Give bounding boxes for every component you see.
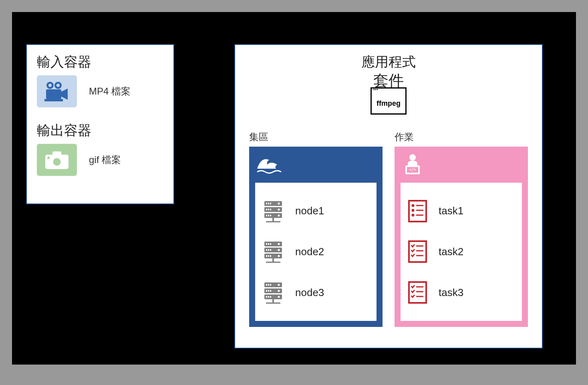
svg-point-37: [278, 243, 280, 245]
input-icon-tile: [37, 75, 77, 107]
output-icon-tile: [37, 144, 77, 176]
svg-rect-34: [266, 243, 267, 245]
pool-label: 集區: [249, 131, 383, 143]
svg-rect-8: [52, 151, 61, 156]
svg-rect-39: [268, 249, 269, 251]
task-label: task2: [439, 246, 463, 258]
svg-point-2: [48, 84, 52, 87]
diagram-canvas: 輸入容器 MP4 檔案 輸出容器: [12, 12, 576, 365]
svg-point-45: [278, 255, 280, 257]
svg-rect-19: [270, 203, 271, 204]
node-label: node2: [295, 246, 324, 258]
svg-rect-74: [409, 241, 426, 262]
storage-box: 輸入容器 MP4 檔案 輸出容器: [26, 44, 174, 204]
output-file-label: gif 檔案: [89, 153, 121, 166]
app-header: 應用程式 套件 ffmpeg: [249, 53, 528, 115]
svg-rect-60: [268, 296, 269, 298]
node-item: node2: [261, 240, 371, 264]
node-label: node1: [295, 205, 324, 217]
svg-rect-57: [270, 290, 271, 292]
application-box: 應用程式 套件 ffmpeg 集區: [234, 44, 543, 349]
node-list: node1: [255, 183, 377, 321]
video-camera-icon: [43, 81, 71, 103]
svg-point-41: [278, 249, 280, 251]
task-item: task1: [407, 199, 516, 223]
app-title: 應用程式: [249, 53, 528, 71]
svg-rect-61: [270, 296, 271, 298]
checklist-icon: [407, 280, 429, 304]
svg-rect-23: [270, 209, 271, 210]
wave-icon: [255, 153, 285, 175]
svg-rect-51: [266, 284, 267, 286]
svg-point-20: [278, 202, 280, 204]
job-label: 作業: [395, 131, 528, 143]
svg-rect-22: [268, 209, 269, 210]
node-label: node3: [295, 286, 324, 299]
svg-point-58: [278, 290, 280, 292]
svg-marker-5: [61, 89, 68, 100]
svg-rect-56: [268, 290, 269, 292]
svg-rect-35: [268, 243, 269, 245]
job-header-icon: </>: [401, 153, 522, 177]
pool-panel: node1: [249, 147, 383, 327]
job-panel: </>: [395, 147, 528, 327]
svg-rect-78: [409, 282, 426, 303]
task-item: task2: [407, 240, 516, 264]
svg-rect-38: [266, 249, 267, 251]
server-icon: [261, 280, 285, 304]
svg-rect-36: [270, 243, 271, 245]
svg-point-70: [412, 210, 414, 211]
task-label: task1: [439, 205, 463, 217]
input-container-row: MP4 檔案: [37, 75, 163, 107]
svg-rect-52: [268, 284, 269, 286]
svg-point-72: [412, 214, 414, 216]
svg-rect-59: [266, 296, 267, 298]
node-item: node3: [261, 280, 371, 304]
svg-rect-17: [266, 203, 267, 204]
svg-rect-67: [409, 201, 426, 222]
pool-header-icon: [255, 153, 377, 177]
pool-column: 集區: [249, 131, 383, 327]
svg-point-68: [412, 205, 414, 206]
svg-rect-33: [266, 262, 280, 263]
svg-rect-53: [270, 284, 271, 286]
job-column: 作業 </>: [395, 131, 528, 327]
svg-rect-25: [266, 215, 267, 216]
svg-text:</>: </>: [409, 167, 416, 172]
camera-icon: [43, 149, 71, 171]
svg-point-54: [278, 284, 280, 286]
svg-rect-26: [268, 215, 269, 216]
svg-point-62: [278, 296, 280, 298]
svg-rect-4: [46, 89, 61, 99]
task-item: task3: [407, 280, 516, 304]
package-label: ffmpeg: [377, 99, 401, 108]
svg-point-3: [56, 84, 60, 87]
svg-rect-55: [266, 290, 267, 292]
task-list: task1 task2: [401, 183, 522, 321]
svg-rect-43: [268, 255, 269, 257]
svg-point-24: [278, 208, 280, 210]
server-icon: [261, 240, 285, 264]
svg-rect-18: [268, 203, 269, 204]
svg-point-63: [409, 154, 416, 161]
svg-rect-50: [266, 302, 280, 304]
svg-rect-16: [266, 221, 280, 222]
input-file-label: MP4 檔案: [89, 85, 131, 98]
panels-row: 集區: [249, 131, 528, 327]
developer-icon: </>: [401, 153, 425, 177]
svg-rect-21: [266, 209, 267, 210]
package-icon: ffmpeg: [371, 93, 407, 115]
node-item: node1: [261, 199, 371, 223]
input-container-title: 輸入容器: [37, 53, 163, 71]
task-label: task3: [439, 286, 463, 299]
output-container-title: 輸出容器: [37, 121, 163, 140]
svg-rect-27: [270, 215, 271, 216]
checklist-icon: [407, 240, 429, 264]
svg-rect-42: [266, 255, 267, 257]
server-icon: [261, 199, 285, 223]
svg-rect-6: [44, 99, 63, 101]
checklist-icon: [407, 199, 429, 223]
svg-point-11: [47, 157, 50, 159]
output-container-row: gif 檔案: [37, 144, 163, 176]
svg-rect-40: [270, 249, 271, 251]
